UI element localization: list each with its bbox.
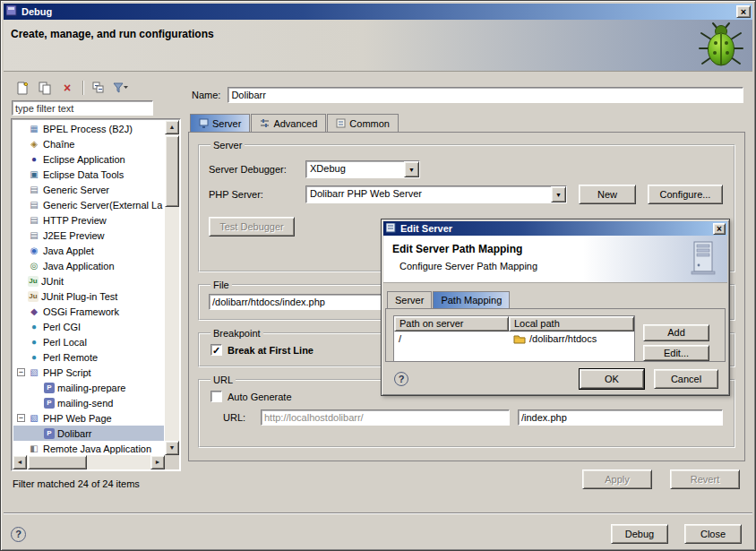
tree-item-java-application[interactable]: ◎Java Application [13,258,164,273]
header-banner: Create, manage, and run configurations [4,20,752,72]
delete-configuration-button[interactable]: × [57,79,77,97]
tree-item-http-preview[interactable]: ▤HTTP Preview [13,212,164,228]
tab-path-mapping[interactable]: Path Mapping [433,291,510,308]
collapse-handle-icon[interactable]: − [17,414,25,422]
java-application-icon: ◎ [28,261,40,271]
scroll-left-icon[interactable]: ◄ [13,455,27,469]
scrollbar-corner [165,455,179,469]
collapse-all-icon [92,82,105,94]
tree-item-mailing-prepare[interactable]: Pmailing-prepare [13,380,164,395]
tree-item-perl-local[interactable]: ●Perl Local [13,334,164,349]
tree-item-junit-plug-in-test[interactable]: JuJUnit Plug-in Test [13,288,164,304]
tab-server[interactable]: Server [190,114,250,132]
edit-server-heading: Edit Server Path Mapping [392,243,522,255]
auto-generate-checkbox[interactable] [210,391,222,402]
tree-item-bpel-process-b2j[interactable]: ▦BPEL Process (B2J) [13,121,164,136]
tree-item-cha-ne[interactable]: ◈Chaîne [13,136,164,151]
tab-server-settings[interactable]: Server [387,291,432,308]
advanced-tab-icon [260,118,270,128]
dropdown-arrow-icon[interactable]: ▼ [404,161,419,177]
tree-item-label: Remote Java Application [43,443,151,454]
url-group-title: URL [210,375,236,385]
url-path-input[interactable] [518,409,723,426]
column-header-path-on-server[interactable]: Path on server [394,316,509,331]
tree-item-j2ee-preview[interactable]: ▤J2EE Preview [13,228,164,243]
edit-server-close-button[interactable]: × [713,223,726,235]
tree-item-label: mailing-send [57,398,113,409]
help-button[interactable]: ? [11,527,26,542]
edit-server-dialog: Edit Server × Edit Server Path Mapping C… [381,219,730,396]
tab-common[interactable]: Common [327,114,399,132]
common-tab-icon [336,118,346,128]
horizontal-scroll-thumb[interactable] [28,455,87,469]
revert-button: Revert [670,469,740,489]
ok-button[interactable]: OK [580,369,644,389]
php-file-icon: P [44,398,55,409]
tree-item-dolibarr[interactable]: PDolibarr [13,426,164,441]
tree-item-java-applet[interactable]: ◉Java Applet [13,243,164,258]
check-icon: ✓ [212,346,220,355]
tree-item-label: JUnit [41,276,64,287]
scroll-up-icon[interactable]: ▲ [165,120,179,134]
edit-server-tabs: Server Path Mapping [387,291,727,308]
column-header-local-path[interactable]: Local path [509,316,634,331]
new-document-icon [16,82,29,95]
add-mapping-button[interactable]: Add [643,324,709,341]
edit-server-subheading: Configure Server Path Mapping [399,261,537,271]
tree-item-eclipse-data-tools[interactable]: ▣Eclipse Data Tools [13,167,164,182]
edit-server-titlebar[interactable]: Edit Server × [383,221,727,236]
tree-item-junit[interactable]: JuJUnit [13,273,164,288]
tree-vertical-scrollbar[interactable]: ▲ ▼ [165,120,179,455]
eclipse-data-tools-icon: ▣ [28,169,40,179]
apply-button: Apply [582,469,652,489]
dropdown-arrow-icon[interactable]: ▼ [551,186,566,202]
bpel-icon: ▦ [28,124,40,133]
tree-horizontal-scrollbar[interactable]: ◄ ► [13,455,165,469]
server-debugger-label: Server Debugger: [209,164,305,175]
path-mapping-row[interactable]: / /dolibarr/htdocs [394,331,634,346]
filter-input[interactable] [12,100,153,116]
file-group-title: File [210,280,232,290]
scroll-right-icon[interactable]: ► [150,455,165,469]
duplicate-configuration-button[interactable] [35,79,55,97]
new-configuration-button[interactable] [13,79,32,97]
tree-item-generic-server[interactable]: ▤Generic Server [13,182,164,197]
tab-advanced[interactable]: Advanced [251,114,326,132]
cancel-button[interactable]: Cancel [654,369,718,389]
name-input[interactable] [228,87,743,103]
dialog-help-button[interactable]: ? [394,372,408,386]
server-debugger-combo[interactable]: XDebug ▼ [305,160,420,178]
tree-item-mailing-send[interactable]: Pmailing-send [13,395,164,410]
debug-button[interactable]: Debug [611,524,668,544]
perl-icon: ● [28,337,40,347]
test-debugger-button: Test Debugger [209,217,295,237]
tree-item-remote-java-application[interactable]: ◧Remote Java Application [13,441,164,454]
tree-item-php-web-page[interactable]: −▧PHP Web Page [13,410,164,426]
tree-item-php-script[interactable]: −▧PHP Script [13,365,164,380]
server-debugger-value: XDebug [306,161,404,177]
tree-item-label: Dolibarr [57,428,92,439]
tree-item-osgi-framework[interactable]: ◆OSGi Framework [13,304,164,319]
collapse-all-button[interactable] [89,79,108,97]
tree-item-label: OSGi Framework [43,306,119,317]
edit-mapping-button[interactable]: Edit... [643,345,709,362]
window-close-button[interactable]: × [736,5,751,18]
close-button[interactable]: Close [684,524,742,544]
tree-item-perl-remote[interactable]: ●Perl Remote [13,349,164,365]
tree-item-label: Eclipse Data Tools [43,169,124,180]
php-server-combo[interactable]: Dolibarr PHP Web Server ▼ [305,185,567,203]
vertical-scroll-thumb[interactable] [165,135,179,207]
collapse-handle-icon[interactable]: − [17,368,25,376]
configure-server-button[interactable]: Configure... [648,185,723,204]
window-titlebar[interactable]: Debug × [4,4,752,20]
tree-item-eclipse-application[interactable]: ●Eclipse Application [13,151,164,167]
new-server-button[interactable]: New [579,185,636,204]
banner-title: Create, manage, and run configurations [11,28,214,40]
filter-menu-button[interactable] [111,79,131,97]
server-group-title: Server [210,140,245,151]
tree-item-generic-server-external-la[interactable]: ▤Generic Server(External La [13,197,164,212]
break-at-first-line-checkbox[interactable]: ✓ [210,344,222,356]
php-script-icon: ▧ [28,367,40,377]
scroll-down-icon[interactable]: ▼ [165,441,179,455]
tree-item-perl-cgi[interactable]: ●Perl CGI [13,319,164,334]
